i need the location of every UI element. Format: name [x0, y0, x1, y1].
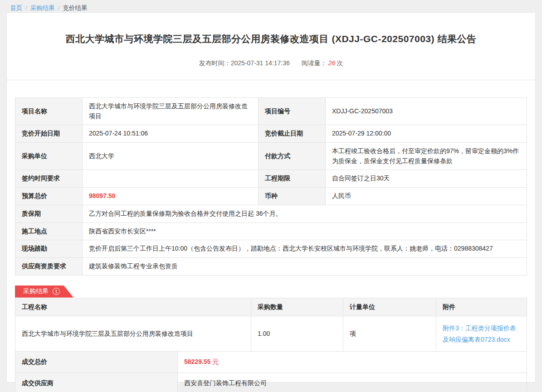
purchase-result-badge: 采购结果 1	[15, 286, 73, 298]
deal-summary-table: 成交总价 58229.55 元 成交供应商 西安喜登门装饰工程有限公司	[15, 351, 527, 392]
field-value-warranty: 乙方对合同工程的质量保修期为验收合格并交付使用之日起 36个月。	[83, 205, 527, 223]
publish-meta: 发布时间：2025-07-31 14:17:36阅读量：26次	[15, 59, 527, 68]
table-row: 供应商资质要求 建筑装修装饰工程专业承包资质	[15, 257, 527, 275]
badge-count: 1	[53, 288, 60, 295]
deal-price-value: 58229.55 元	[178, 352, 527, 373]
result-attachment-cell: 附件3：工程类分项报价表及响应偏离表0723.docx	[436, 316, 527, 352]
deal-supplier-label: 成交供应商	[15, 373, 178, 392]
field-value-start-date: 2025-07-24 10:51:06	[83, 125, 259, 143]
table-row: 西北大学城市与环境学院三层及五层部分公用房装修改造项目 1.00 项 附件3：工…	[15, 316, 527, 352]
field-value-qualification: 建筑装修装饰工程专业承包资质	[83, 257, 527, 275]
field-label-sign-time: 签约时间要求	[15, 170, 83, 188]
deal-price-label: 成交总价	[15, 352, 178, 373]
result-unit: 项	[343, 316, 436, 352]
deal-price-unit: 元	[212, 358, 219, 365]
field-label-warranty: 质保期	[15, 205, 83, 223]
field-value-end-date: 2025-07-29 12:00:00	[326, 125, 527, 143]
table-row: 签约时间要求 工程期限 自合同签订之日30天	[15, 170, 527, 188]
field-label-budget: 预算总价	[15, 188, 83, 205]
field-label-end-date: 竞价截止日期	[259, 125, 326, 143]
table-row: 现场踏勘 竞价开启后第三个工作日上午10:00（包含公告发布日），踏勘地点：西北…	[15, 240, 527, 258]
views-count: 26	[328, 59, 336, 67]
field-label-purchaser: 采购单位	[15, 143, 83, 170]
publish-time-value: 2025-07-31 14:17:36	[231, 59, 290, 67]
field-value-budget: 98097.50	[83, 188, 259, 205]
field-value-payment: 本工程竣工验收合格后，付至审定价款的97%，留审定金额的3%作为质保金，质保金支…	[326, 143, 527, 170]
table-row: 竞价开始日期 2025-07-24 10:51:06 竞价截止日期 2025-0…	[15, 125, 527, 143]
breadcrumb-level2-link[interactable]: 采购结果	[30, 5, 55, 11]
badge-label: 采购结果	[23, 287, 49, 295]
field-value-project-no: XDJJ-GC-202507003	[326, 98, 527, 125]
breadcrumb-separator: /	[25, 5, 27, 11]
purchase-result-table: 工程名称 采购数量 计量单位 附件 西北大学城市与环境学院三层及五层部分公用房装…	[15, 298, 527, 352]
field-label-location: 施工地点	[15, 223, 83, 240]
field-value-currency: 人民币	[326, 188, 527, 205]
column-header-project-name: 工程名称	[15, 298, 251, 316]
announcement-card: 西北大学城市与环境学院三层及五层部分公用房装修改造项目 (XDJJ-GC-202…	[6, 12, 536, 382]
column-header-unit: 计量单位	[343, 298, 436, 316]
field-label-duration: 工程期限	[259, 170, 326, 188]
table-row: 成交供应商 西安喜登门装饰工程有限公司	[15, 373, 527, 392]
breadcrumb-current: 竞价结果	[63, 5, 88, 11]
dashed-divider	[7, 80, 535, 80]
publish-time-label: 发布时间：	[199, 59, 231, 67]
field-value-duration: 自合同签订之日30天	[326, 170, 527, 188]
breadcrumb-home-link[interactable]: 首页	[10, 5, 22, 11]
views-unit: 次	[337, 59, 343, 67]
breadcrumb-separator: /	[58, 5, 60, 11]
breadcrumb: 首页/采购结果/竞价结果	[0, 0, 542, 12]
table-row: 项目名称 西北大学城市与环境学院三层及五层部分公用房装修改造项目 项目编号 XD…	[15, 98, 527, 125]
table-row: 成交总价 58229.55 元	[15, 352, 527, 373]
result-quantity: 1.00	[251, 316, 343, 352]
table-row: 质保期 乙方对合同工程的质量保修期为验收合格并交付使用之日起 36个月。	[15, 205, 527, 223]
table-row: 施工地点 陕西省西安市长安区****	[15, 223, 527, 240]
field-label-currency: 币种	[259, 188, 326, 205]
field-label-qualification: 供应商资质要求	[15, 257, 83, 275]
project-info-table: 项目名称 西北大学城市与环境学院三层及五层部分公用房装修改造项目 项目编号 XD…	[15, 97, 527, 276]
field-value-project-name: 西北大学城市与环境学院三层及五层部分公用房装修改造项目	[83, 98, 259, 125]
table-header-row: 工程名称 采购数量 计量单位 附件	[15, 298, 527, 316]
purchase-result-section: 采购结果 1 工程名称 采购数量 计量单位 附件 西北大学城市与环境学院三层及五…	[15, 286, 527, 392]
field-label-project-no: 项目编号	[259, 98, 326, 125]
table-row: 预算总价 98097.50 币种 人民币	[15, 188, 527, 205]
field-label-payment: 付款方式	[259, 143, 326, 170]
column-header-attachment: 附件	[436, 298, 527, 316]
field-label-site-visit: 现场踏勘	[15, 240, 83, 258]
attachment-link[interactable]: 附件3：工程类分项报价表及响应偏离表0723.docx	[443, 324, 516, 343]
table-row: 采购单位 西北大学 付款方式 本工程竣工验收合格后，付至审定价款的97%，留审定…	[15, 143, 527, 170]
deal-price-number: 58229.55	[184, 358, 210, 365]
field-label-start-date: 竞价开始日期	[15, 125, 83, 143]
column-header-quantity: 采购数量	[251, 298, 343, 316]
field-label-project-name: 项目名称	[15, 98, 83, 125]
field-value-purchaser: 西北大学	[83, 143, 259, 170]
page-title: 西北大学城市与环境学院三层及五层部分公用房装修改造项目 (XDJJ-GC-202…	[15, 13, 527, 45]
views-label: 阅读量：	[302, 59, 327, 67]
field-value-location: 陕西省西安市长安区****	[83, 223, 527, 240]
result-project-name: 西北大学城市与环境学院三层及五层部分公用房装修改造项目	[15, 316, 251, 352]
field-value-site-visit: 竞价开启后第三个工作日上午10:00（包含公告发布日），踏勘地点：西北大学长安校…	[83, 240, 527, 258]
deal-supplier-value: 西安喜登门装饰工程有限公司	[178, 373, 527, 392]
field-value-sign-time	[83, 170, 259, 188]
